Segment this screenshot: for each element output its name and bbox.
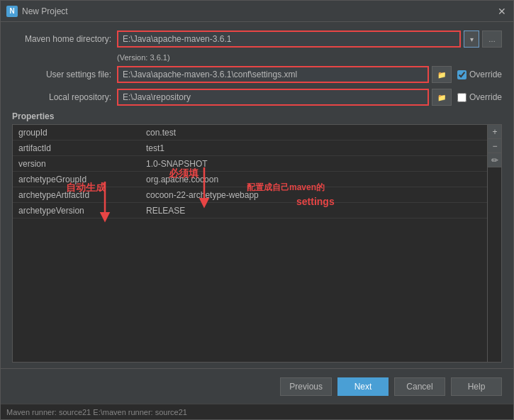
table-row[interactable]: archetypeArtifactId cocoon-22-archetype-… <box>13 187 487 203</box>
user-settings-input[interactable] <box>117 66 429 83</box>
close-button[interactable]: ✕ <box>496 6 508 17</box>
maven-home-input-group: ▾ … <box>117 31 502 48</box>
help-button[interactable]: Help <box>451 377 502 396</box>
table-row[interactable]: version 1.0-SNAPSHOT <box>13 156 487 172</box>
status-text: Maven runner: source21 E:\maven runner: … <box>6 408 187 416</box>
add-property-button[interactable]: + <box>488 125 502 139</box>
previous-button[interactable]: Previous <box>280 377 332 396</box>
user-settings-browse[interactable]: 📁 <box>432 66 452 83</box>
local-repo-browse[interactable]: 📁 <box>432 89 452 106</box>
status-bar: Maven runner: source21 E:\maven runner: … <box>1 404 513 419</box>
user-settings-input-group: 📁 <box>117 66 452 83</box>
properties-section-label: Properties <box>12 111 502 121</box>
properties-panel: groupId con.test artifactId test1 versio… <box>12 124 502 363</box>
user-settings-override-checkbox[interactable] <box>457 70 466 79</box>
table-row[interactable]: groupId con.test <box>13 125 487 140</box>
local-repo-row: Local repository: 📁 Override <box>12 89 502 106</box>
maven-home-row: Maven home directory: ▾ … <box>12 31 502 48</box>
footer: Previous Next Cancel Help <box>1 368 513 404</box>
new-project-window: N New Project ✕ Maven home directory: ▾ … <box>0 0 514 420</box>
version-text: (Version: 3.6.1) <box>117 53 502 62</box>
local-repo-override-label[interactable]: Override <box>457 92 502 102</box>
table-row[interactable]: archetypeVersion RELEASE <box>13 203 487 219</box>
cancel-button[interactable]: Cancel <box>394 377 445 396</box>
title-bar: N New Project ✕ <box>1 1 513 22</box>
window-icon: N <box>6 6 18 17</box>
properties-action-buttons: + − ✏ <box>487 125 501 362</box>
user-settings-row: User settings file: 📁 Override <box>12 66 502 83</box>
table-row[interactable]: archetypeGroupId org.apache.cocoon <box>13 172 487 187</box>
maven-home-label: Maven home directory: <box>12 34 111 44</box>
edit-property-button[interactable]: ✏ <box>488 153 502 167</box>
maven-home-browse[interactable]: … <box>482 31 502 48</box>
user-settings-override-label[interactable]: Override <box>457 70 502 79</box>
maven-home-dropdown[interactable]: ▾ <box>464 31 479 48</box>
table-row[interactable]: artifactId test1 <box>13 140 487 156</box>
local-repo-override-checkbox[interactable] <box>457 93 466 102</box>
remove-property-button[interactable]: − <box>488 139 502 153</box>
local-repo-input[interactable] <box>117 89 429 106</box>
properties-table: groupId con.test artifactId test1 versio… <box>13 125 487 362</box>
user-settings-label: User settings file: <box>12 70 111 79</box>
next-button[interactable]: Next <box>337 377 389 396</box>
maven-home-input[interactable] <box>117 31 461 48</box>
window-title: New Project <box>22 6 492 16</box>
local-repo-input-group: 📁 <box>117 89 452 106</box>
main-content: Maven home directory: ▾ … (Version: 3.6.… <box>1 22 513 368</box>
local-repo-label: Local repository: <box>12 92 111 102</box>
